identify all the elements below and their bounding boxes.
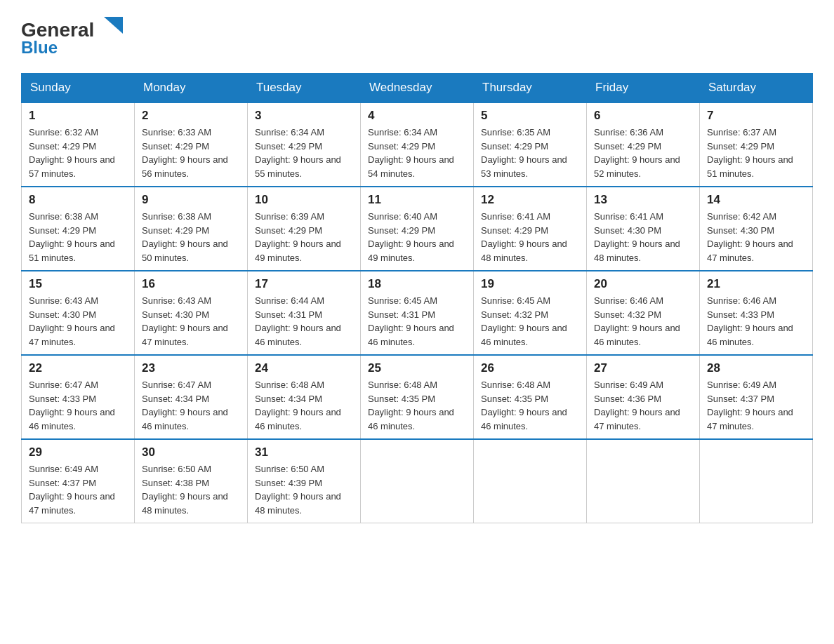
day-info: Sunrise: 6:32 AMSunset: 4:29 PMDaylight:… [29, 126, 127, 180]
day-number: 9 [142, 193, 240, 207]
week-row-1: 1Sunrise: 6:32 AMSunset: 4:29 PMDaylight… [22, 102, 813, 187]
calendar-cell: 12Sunrise: 6:41 AMSunset: 4:29 PMDayligh… [474, 187, 587, 271]
day-info: Sunrise: 6:47 AMSunset: 4:34 PMDaylight:… [142, 378, 240, 433]
day-info: Sunrise: 6:43 AMSunset: 4:30 PMDaylight:… [29, 294, 127, 349]
day-info: Sunrise: 6:36 AMSunset: 4:29 PMDaylight:… [594, 126, 692, 180]
day-number: 29 [29, 445, 127, 459]
calendar-cell [361, 439, 474, 523]
day-info: Sunrise: 6:49 AMSunset: 4:37 PMDaylight:… [707, 378, 805, 433]
day-info: Sunrise: 6:43 AMSunset: 4:30 PMDaylight:… [142, 294, 240, 349]
day-info: Sunrise: 6:33 AMSunset: 4:29 PMDaylight:… [142, 126, 240, 180]
day-number: 10 [255, 193, 353, 207]
logo: General Blue [21, 14, 133, 59]
weekday-header-row: SundayMondayTuesdayWednesdayThursdayFrid… [22, 74, 813, 103]
calendar-cell: 6Sunrise: 6:36 AMSunset: 4:29 PMDaylight… [587, 102, 700, 187]
header-saturday: Saturday [700, 74, 813, 103]
day-number: 2 [142, 109, 240, 123]
week-row-5: 29Sunrise: 6:49 AMSunset: 4:37 PMDayligh… [22, 439, 813, 523]
logo-text: General Blue [21, 14, 133, 59]
day-number: 20 [594, 277, 692, 291]
calendar-cell: 25Sunrise: 6:48 AMSunset: 4:35 PMDayligh… [361, 355, 474, 439]
day-info: Sunrise: 6:48 AMSunset: 4:35 PMDaylight:… [368, 378, 466, 433]
header-tuesday: Tuesday [248, 74, 361, 103]
day-number: 11 [368, 193, 466, 207]
calendar-cell [587, 439, 700, 523]
day-info: Sunrise: 6:50 AMSunset: 4:38 PMDaylight:… [142, 462, 240, 517]
header-sunday: Sunday [22, 74, 135, 103]
day-info: Sunrise: 6:38 AMSunset: 4:29 PMDaylight:… [29, 210, 127, 264]
day-info: Sunrise: 6:49 AMSunset: 4:37 PMDaylight:… [29, 462, 127, 517]
calendar-cell: 22Sunrise: 6:47 AMSunset: 4:33 PMDayligh… [22, 355, 135, 439]
calendar-cell [700, 439, 813, 523]
day-number: 25 [368, 361, 466, 375]
day-number: 18 [368, 277, 466, 291]
day-number: 23 [142, 361, 240, 375]
week-row-2: 8Sunrise: 6:38 AMSunset: 4:29 PMDaylight… [22, 187, 813, 271]
calendar-cell: 23Sunrise: 6:47 AMSunset: 4:34 PMDayligh… [135, 355, 248, 439]
calendar-cell: 17Sunrise: 6:44 AMSunset: 4:31 PMDayligh… [248, 271, 361, 355]
day-info: Sunrise: 6:41 AMSunset: 4:29 PMDaylight:… [481, 210, 579, 264]
calendar-cell: 11Sunrise: 6:40 AMSunset: 4:29 PMDayligh… [361, 187, 474, 271]
calendar-cell: 24Sunrise: 6:48 AMSunset: 4:34 PMDayligh… [248, 355, 361, 439]
calendar-cell: 3Sunrise: 6:34 AMSunset: 4:29 PMDaylight… [248, 102, 361, 187]
day-number: 8 [29, 193, 127, 207]
day-info: Sunrise: 6:49 AMSunset: 4:36 PMDaylight:… [594, 378, 692, 433]
day-info: Sunrise: 6:47 AMSunset: 4:33 PMDaylight:… [29, 378, 127, 433]
calendar-cell: 19Sunrise: 6:45 AMSunset: 4:32 PMDayligh… [474, 271, 587, 355]
calendar-cell: 8Sunrise: 6:38 AMSunset: 4:29 PMDaylight… [22, 187, 135, 271]
day-info: Sunrise: 6:34 AMSunset: 4:29 PMDaylight:… [368, 126, 466, 180]
day-info: Sunrise: 6:35 AMSunset: 4:29 PMDaylight:… [481, 126, 579, 180]
day-info: Sunrise: 6:38 AMSunset: 4:29 PMDaylight:… [142, 210, 240, 264]
day-info: Sunrise: 6:39 AMSunset: 4:29 PMDaylight:… [255, 210, 353, 264]
calendar-cell: 16Sunrise: 6:43 AMSunset: 4:30 PMDayligh… [135, 271, 248, 355]
day-info: Sunrise: 6:46 AMSunset: 4:32 PMDaylight:… [594, 294, 692, 349]
svg-marker-1 [104, 17, 123, 34]
calendar-cell: 10Sunrise: 6:39 AMSunset: 4:29 PMDayligh… [248, 187, 361, 271]
day-info: Sunrise: 6:48 AMSunset: 4:34 PMDaylight:… [255, 378, 353, 433]
day-number: 14 [707, 193, 805, 207]
day-number: 27 [594, 361, 692, 375]
calendar-cell: 14Sunrise: 6:42 AMSunset: 4:30 PMDayligh… [700, 187, 813, 271]
calendar-cell: 26Sunrise: 6:48 AMSunset: 4:35 PMDayligh… [474, 355, 587, 439]
week-row-4: 22Sunrise: 6:47 AMSunset: 4:33 PMDayligh… [22, 355, 813, 439]
calendar-cell: 31Sunrise: 6:50 AMSunset: 4:39 PMDayligh… [248, 439, 361, 523]
day-info: Sunrise: 6:46 AMSunset: 4:33 PMDaylight:… [707, 294, 805, 349]
calendar-table: SundayMondayTuesdayWednesdayThursdayFrid… [21, 73, 813, 523]
day-number: 21 [707, 277, 805, 291]
calendar-cell: 27Sunrise: 6:49 AMSunset: 4:36 PMDayligh… [587, 355, 700, 439]
day-number: 22 [29, 361, 127, 375]
day-info: Sunrise: 6:37 AMSunset: 4:29 PMDaylight:… [707, 126, 805, 180]
day-number: 5 [481, 109, 579, 123]
day-number: 15 [29, 277, 127, 291]
day-number: 6 [594, 109, 692, 123]
day-number: 28 [707, 361, 805, 375]
day-info: Sunrise: 6:50 AMSunset: 4:39 PMDaylight:… [255, 462, 353, 517]
calendar-cell: 29Sunrise: 6:49 AMSunset: 4:37 PMDayligh… [22, 439, 135, 523]
day-info: Sunrise: 6:45 AMSunset: 4:32 PMDaylight:… [481, 294, 579, 349]
calendar-cell: 2Sunrise: 6:33 AMSunset: 4:29 PMDaylight… [135, 102, 248, 187]
calendar-cell: 1Sunrise: 6:32 AMSunset: 4:29 PMDaylight… [22, 102, 135, 187]
calendar-cell: 7Sunrise: 6:37 AMSunset: 4:29 PMDaylight… [700, 102, 813, 187]
day-number: 3 [255, 109, 353, 123]
day-number: 1 [29, 109, 127, 123]
day-number: 26 [481, 361, 579, 375]
day-number: 19 [481, 277, 579, 291]
week-row-3: 15Sunrise: 6:43 AMSunset: 4:30 PMDayligh… [22, 271, 813, 355]
day-info: Sunrise: 6:45 AMSunset: 4:31 PMDaylight:… [368, 294, 466, 349]
header-friday: Friday [587, 74, 700, 103]
calendar-cell: 9Sunrise: 6:38 AMSunset: 4:29 PMDaylight… [135, 187, 248, 271]
day-info: Sunrise: 6:48 AMSunset: 4:35 PMDaylight:… [481, 378, 579, 433]
calendar-cell: 13Sunrise: 6:41 AMSunset: 4:30 PMDayligh… [587, 187, 700, 271]
calendar-cell: 4Sunrise: 6:34 AMSunset: 4:29 PMDaylight… [361, 102, 474, 187]
day-number: 7 [707, 109, 805, 123]
header-thursday: Thursday [474, 74, 587, 103]
header-wednesday: Wednesday [361, 74, 474, 103]
day-info: Sunrise: 6:42 AMSunset: 4:30 PMDaylight:… [707, 210, 805, 264]
header-monday: Monday [135, 74, 248, 103]
day-number: 16 [142, 277, 240, 291]
calendar-cell: 30Sunrise: 6:50 AMSunset: 4:38 PMDayligh… [135, 439, 248, 523]
calendar-cell: 21Sunrise: 6:46 AMSunset: 4:33 PMDayligh… [700, 271, 813, 355]
day-number: 30 [142, 445, 240, 459]
day-number: 31 [255, 445, 353, 459]
day-number: 13 [594, 193, 692, 207]
